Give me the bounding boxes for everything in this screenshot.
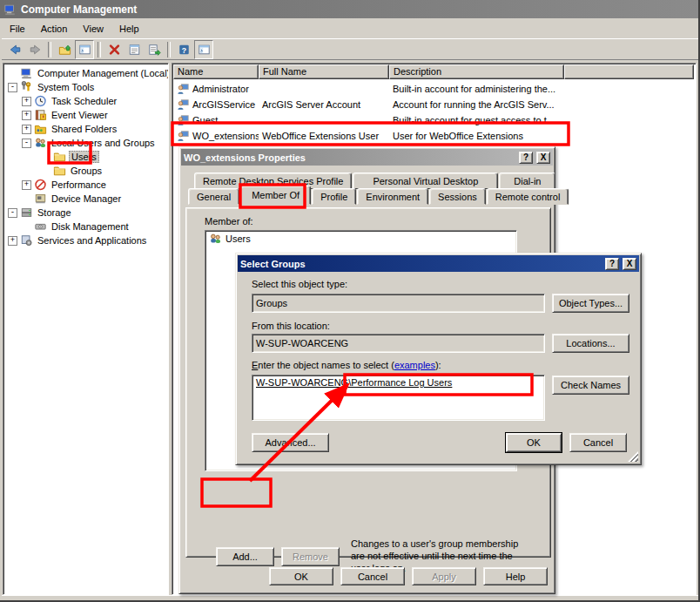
object-types-button[interactable]: Object Types... [552,294,629,313]
tree-expander[interactable]: + [22,111,31,120]
tree-expander[interactable]: - [8,208,17,218]
tab-row-front: General Member Of Profile Environment Se… [188,188,569,205]
menu-view[interactable]: View [75,21,111,37]
show-console-tree-button[interactable] [75,40,94,59]
tree-item-computer-management[interactable]: Computer Management (Local) [3,66,168,80]
help-button[interactable] [174,40,193,59]
tree-item-device-manager[interactable]: Device Manager [3,192,168,206]
action-pane-icon [198,44,211,56]
tree-item-shared-folders[interactable]: +Shared Folders [3,122,168,136]
advanced-button[interactable]: Advanced... [252,433,329,452]
window-title: Computer Management [21,3,137,16]
resize-grip[interactable] [628,451,638,462]
apply-button[interactable]: Apply [412,567,476,585]
properties-button[interactable] [125,40,144,59]
properties-dialog-titlebar: WO_extensions Properties ? X [181,149,553,166]
check-names-button[interactable]: Check Names [552,375,629,395]
show-action-pane-button[interactable] [194,40,213,59]
ok-button[interactable]: OK [506,433,562,452]
close-icon[interactable]: X [623,258,636,270]
tree-item-task-scheduler[interactable]: +Task Scheduler [3,94,168,108]
close-icon[interactable]: X [536,152,550,164]
tree-item-storage[interactable]: -Storage [3,206,168,220]
list-row-administrator[interactable]: Administrator Built-in account for admin… [173,81,694,97]
tab-dial-in[interactable]: Dial-in [499,172,555,189]
tab-personal-virtual-desktop[interactable]: Personal Virtual Desktop [353,172,498,189]
help-icon [178,44,191,56]
cancel-button[interactable]: Cancel [569,433,627,452]
tree-item-system-tools[interactable]: -System Tools [3,80,168,94]
select-groups-titlebar: Select Groups ? X [238,255,639,272]
tree-expander[interactable]: - [8,83,17,92]
tree-item-performance[interactable]: +Performance [3,178,168,192]
menu-file[interactable]: File [2,21,33,37]
up-one-level-button[interactable] [55,40,74,59]
tab-profile[interactable]: Profile [312,188,356,205]
column-header-name[interactable]: Name [173,64,259,79]
tab-member-of[interactable]: Member Of [240,186,311,205]
user-icon [177,130,190,142]
cancel-button[interactable]: Cancel [340,567,405,585]
tree-item-local-users-groups[interactable]: -Local Users and Groups [3,136,168,150]
tab-environment[interactable]: Environment [357,188,428,205]
remove-button[interactable]: Remove [281,547,340,566]
users-group-icon [34,137,47,149]
list-header: Name Full Name Description [173,64,694,79]
export-list-button[interactable] [145,40,164,59]
tree-item-users[interactable]: Users [3,150,168,164]
add-button[interactable]: Add... [216,547,274,566]
list-row-arcgisservice[interactable]: ArcGISService ArcGIS Server Account Acco… [173,97,694,112]
shared-folders-icon [34,123,47,135]
tree-item-groups[interactable]: Groups [3,164,168,178]
dialog-help-icon[interactable]: ? [605,258,619,270]
console-tree-icon [78,44,91,56]
computer-management-icon [3,3,17,16]
column-header-full-name[interactable]: Full Name [259,64,389,79]
delete-x-icon [108,44,121,56]
tab-general[interactable]: General [188,188,239,205]
tree-expander[interactable]: - [22,139,31,148]
column-header-description[interactable]: Description [389,64,564,79]
tree-expander[interactable]: + [22,97,31,106]
back-button[interactable] [5,40,24,59]
tab-sessions[interactable]: Sessions [429,188,486,205]
toolbar [2,39,698,60]
tree-expander[interactable]: + [22,180,31,190]
properties-icon [128,44,141,56]
select-groups-dialog: Select Groups ? X Select this object typ… [235,253,642,465]
help-button[interactable]: Help [483,567,548,585]
column-header-blank[interactable] [564,64,694,79]
folder-icon [53,165,66,177]
locations-button[interactable]: Locations... [552,334,629,353]
list-row-guest[interactable]: Guest Built-in account for guest access … [173,112,694,128]
list-row-wo-extensions[interactable]: WO_extensions WebOffice Extensions User … [173,128,694,144]
tree-expander[interactable]: + [8,236,17,246]
window-titlebar: Computer Management [0,0,700,18]
location-field[interactable]: W-SUP-WOARCENG [252,334,545,353]
export-list-icon [148,44,161,56]
dialog-help-icon[interactable]: ? [519,152,533,164]
forward-arrow-icon [29,44,42,56]
object-type-label: Select this object type: [252,279,347,289]
tree-item-disk-management[interactable]: Disk Management [3,220,168,233]
tree-item-services-applications[interactable]: +Services and Applications [3,233,168,247]
tree-expander[interactable]: + [22,125,31,134]
delete-button[interactable] [104,40,124,59]
member-of-list-item-users[interactable]: Users [209,233,251,245]
tree-item-event-viewer[interactable]: +Event Viewer [3,108,168,122]
menu-help[interactable]: Help [111,21,147,37]
select-groups-title: Select Groups [240,259,306,269]
tab-remote-control[interactable]: Remote control [487,188,569,205]
system-tools-icon [20,81,33,93]
computer-icon [20,67,33,79]
services-icon [20,234,33,247]
object-names-input[interactable]: W-SUP-WOARCENG\Performance Log Users [252,375,545,421]
object-type-field[interactable]: Groups [252,294,545,313]
folder-up-icon [58,44,71,56]
examples-link[interactable]: examples [394,360,435,370]
ok-button[interactable]: OK [269,567,333,585]
menu-action[interactable]: Action [33,21,76,37]
storage-icon [20,206,33,219]
forward-button[interactable] [25,40,44,59]
toolbar-separator [48,42,51,57]
